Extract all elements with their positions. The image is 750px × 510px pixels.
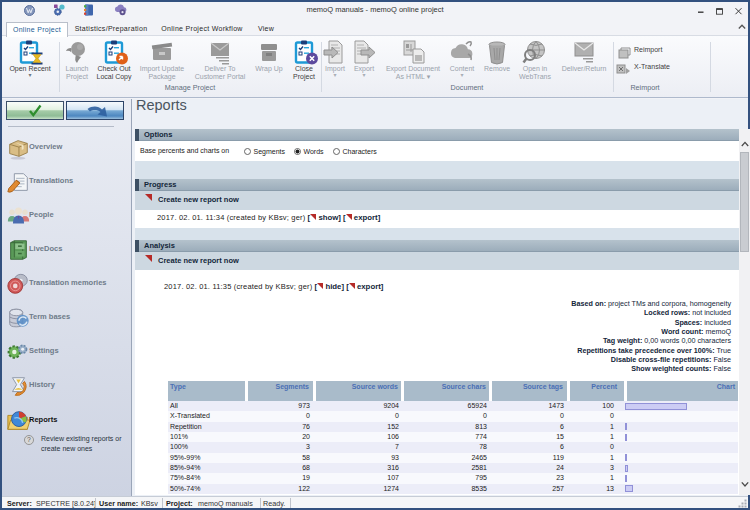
svg-text:?: ? bbox=[27, 436, 31, 443]
